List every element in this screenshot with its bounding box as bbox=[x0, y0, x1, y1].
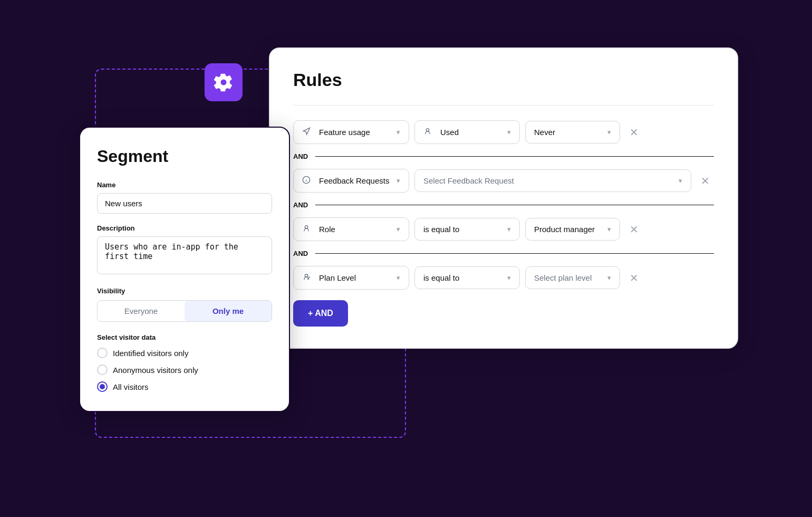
rule-row1-col2[interactable]: Used ▾ bbox=[414, 120, 520, 144]
and-divider-2: AND bbox=[293, 201, 714, 209]
rule-row1-col3[interactable]: Never ▾ bbox=[525, 121, 620, 143]
rule-row4-col1[interactable]: Plan Level ▾ bbox=[293, 266, 409, 290]
chevron-down-icon: ▾ bbox=[607, 128, 611, 136]
rule-row1-close[interactable]: ✕ bbox=[625, 124, 643, 141]
navigation-icon bbox=[302, 127, 311, 137]
visitor-radio-group: Identified visitors only Anonymous visit… bbox=[97, 348, 272, 392]
user-icon-row1 bbox=[423, 127, 432, 137]
rule-row-3: Role ▾ is equal to ▾ Product manager ▾ ✕ bbox=[293, 217, 714, 241]
rule-row4-close[interactable]: ✕ bbox=[625, 270, 643, 286]
and-divider-1: AND bbox=[293, 152, 714, 160]
rule-row1-col2-label: Used bbox=[440, 128, 502, 137]
gear-icon-box bbox=[205, 63, 243, 101]
rule-row3-col1[interactable]: Role ▾ bbox=[293, 217, 409, 241]
svg-point-4 bbox=[305, 274, 307, 277]
radio-all[interactable]: All visitors bbox=[97, 381, 272, 392]
visitor-label: Select visitor data bbox=[97, 333, 272, 341]
rule-row3-col1-label: Role bbox=[319, 225, 391, 234]
chevron-down-icon: ▾ bbox=[507, 274, 511, 282]
visibility-label: Visibility bbox=[97, 287, 272, 295]
rules-divider bbox=[293, 105, 714, 106]
rules-panel: Rules Feature usage ▾ Used ▾ Never ▾ bbox=[269, 47, 738, 349]
segment-title: Segment bbox=[97, 147, 272, 166]
chevron-down-icon: ▾ bbox=[397, 225, 400, 233]
rule-row3-col3-label: Product manager bbox=[534, 225, 602, 234]
radio-label-identified: Identified visitors only bbox=[113, 349, 188, 358]
radio-circle-identified bbox=[97, 348, 108, 358]
and-label-1: AND bbox=[293, 152, 308, 160]
rule-row-4: Plan Level ▾ is equal to ▾ Select plan l… bbox=[293, 266, 714, 290]
rule-row2-col1[interactable]: Feedback Requests ▾ bbox=[293, 169, 409, 193]
rules-title: Rules bbox=[293, 70, 714, 90]
svg-marker-0 bbox=[303, 128, 310, 135]
rule-row2-close[interactable]: ✕ bbox=[697, 173, 714, 189]
rule-row1-col3-label: Never bbox=[534, 128, 602, 137]
and-line-1 bbox=[315, 156, 714, 157]
gear-icon bbox=[214, 72, 234, 92]
rule-row2-col1-label: Feedback Requests bbox=[319, 176, 391, 185]
and-line-3 bbox=[315, 253, 714, 254]
rule-row3-close[interactable]: ✕ bbox=[625, 221, 643, 238]
visibility-everyone-btn[interactable]: Everyone bbox=[98, 301, 185, 321]
and-divider-3: AND bbox=[293, 250, 714, 257]
svg-point-1 bbox=[426, 129, 429, 131]
rule-row1-col1-label: Feature usage bbox=[319, 128, 391, 137]
feedback-icon bbox=[302, 176, 311, 186]
description-input[interactable]: Users who are in-app for the first time bbox=[97, 236, 272, 274]
radio-circle-anonymous bbox=[97, 365, 108, 375]
rule-row4-col3-label: Select plan level bbox=[534, 273, 602, 282]
chevron-down-icon: ▾ bbox=[507, 225, 511, 233]
rule-row2-col2-label: Select Feedback Request bbox=[423, 176, 673, 185]
plan-icon bbox=[302, 273, 311, 283]
visibility-only-me-btn[interactable]: Only me bbox=[185, 301, 272, 321]
description-label: Description bbox=[97, 224, 272, 232]
chevron-down-icon: ▾ bbox=[607, 274, 611, 282]
visibility-toggle: Everyone Only me bbox=[97, 300, 272, 322]
chevron-down-icon: ▾ bbox=[397, 274, 400, 282]
user-icon-role bbox=[302, 224, 311, 234]
rule-row1-col1[interactable]: Feature usage ▾ bbox=[293, 120, 409, 144]
rule-row2-col2[interactable]: Select Feedback Request ▾ bbox=[414, 169, 691, 192]
rule-row-1: Feature usage ▾ Used ▾ Never ▾ ✕ bbox=[293, 120, 714, 144]
radio-anonymous[interactable]: Anonymous visitors only bbox=[97, 365, 272, 375]
rule-row3-col3[interactable]: Product manager ▾ bbox=[525, 218, 620, 241]
radio-label-all: All visitors bbox=[113, 382, 149, 391]
segment-panel: Segment Name Description Users who are i… bbox=[79, 127, 290, 412]
radio-label-anonymous: Anonymous visitors only bbox=[113, 366, 198, 375]
rule-row-2: Feedback Requests ▾ Select Feedback Requ… bbox=[293, 169, 714, 193]
radio-identified[interactable]: Identified visitors only bbox=[97, 348, 272, 358]
rule-row4-col2[interactable]: is equal to ▾ bbox=[414, 266, 520, 289]
add-and-button[interactable]: + AND bbox=[293, 300, 348, 327]
svg-point-3 bbox=[305, 226, 307, 228]
chevron-down-icon: ▾ bbox=[507, 128, 511, 136]
name-label: Name bbox=[97, 181, 272, 189]
and-label-2: AND bbox=[293, 201, 308, 209]
and-label-3: AND bbox=[293, 250, 308, 257]
chevron-down-icon: ▾ bbox=[397, 177, 400, 185]
rule-row4-col2-label: is equal to bbox=[423, 273, 502, 282]
chevron-down-icon: ▾ bbox=[679, 177, 682, 185]
rule-row4-col3[interactable]: Select plan level ▾ bbox=[525, 266, 620, 289]
rule-row3-col2[interactable]: is equal to ▾ bbox=[414, 218, 520, 241]
rule-row4-col1-label: Plan Level bbox=[319, 273, 391, 282]
radio-circle-all bbox=[97, 381, 108, 392]
chevron-down-icon: ▾ bbox=[607, 225, 611, 233]
rule-row3-col2-label: is equal to bbox=[423, 225, 502, 234]
name-input[interactable] bbox=[97, 193, 272, 214]
chevron-down-icon: ▾ bbox=[397, 128, 400, 136]
and-line-2 bbox=[315, 205, 714, 206]
